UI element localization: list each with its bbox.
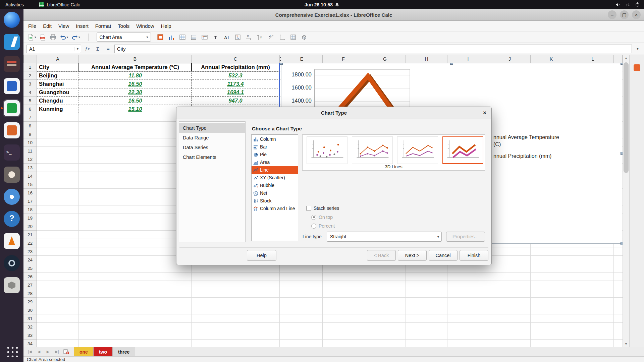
row-header-19[interactable]: 19 xyxy=(23,214,37,222)
chart-type-bar[interactable]: Bar xyxy=(252,143,298,151)
undo-icon[interactable]: ▾ xyxy=(59,33,69,42)
cell-B1[interactable]: Annual Average Temperature (°C) xyxy=(79,63,192,71)
titles-icon[interactable]: T xyxy=(212,33,220,42)
row-header-32[interactable]: 32 xyxy=(23,323,37,331)
menu-insert[interactable]: Insert xyxy=(72,21,92,31)
cancel-button[interactable]: Cancel xyxy=(429,250,458,261)
row-header-1[interactable]: 1 xyxy=(23,63,37,71)
help-button[interactable]: Help xyxy=(247,250,276,261)
back-button[interactable]: < Back xyxy=(367,250,396,261)
column-header-J[interactable]: J xyxy=(489,55,531,63)
writer-icon[interactable] xyxy=(4,78,20,94)
all-axes-icon[interactable] xyxy=(278,33,286,42)
y-axis-icon[interactable]: Y xyxy=(256,33,264,42)
cell-C3[interactable]: 1173.4 xyxy=(192,80,280,88)
column-header-C[interactable]: C xyxy=(192,55,280,63)
cell-C5[interactable]: 947.0 xyxy=(192,97,280,105)
row-header-30[interactable]: 30 xyxy=(23,306,37,314)
cell-A3[interactable]: Shanghai xyxy=(37,80,79,88)
app-grid-icon[interactable] xyxy=(4,343,20,359)
horizontal-grids-icon[interactable] xyxy=(190,33,198,42)
percent-radio[interactable]: Percent xyxy=(311,223,335,229)
3d-view-icon[interactable] xyxy=(300,33,308,42)
last-sheet-icon[interactable]: ▶| xyxy=(53,350,61,354)
menu-edit[interactable]: Edit xyxy=(40,21,55,31)
expand-formula-bar-icon[interactable]: ▾ xyxy=(634,47,641,51)
row-header-15[interactable]: 15 xyxy=(23,180,37,189)
column-header-K[interactable]: K xyxy=(531,55,572,63)
row-header-27[interactable]: 27 xyxy=(23,281,37,289)
column-header-L[interactable]: L xyxy=(572,55,614,63)
sum-button[interactable]: Σ xyxy=(94,45,102,53)
new-document-icon[interactable]: ▾ xyxy=(27,33,37,42)
step-chart-type[interactable]: Chart Type xyxy=(179,123,245,133)
row-header-16[interactable]: 16 xyxy=(23,189,37,197)
legend-on-off-icon[interactable] xyxy=(201,33,209,42)
formula-input[interactable]: City xyxy=(114,45,632,53)
row-header-14[interactable]: 14 xyxy=(23,172,37,180)
data-table-icon[interactable] xyxy=(178,33,186,42)
minimize-button[interactable]: – xyxy=(608,10,616,19)
cell-A2[interactable]: Beijing xyxy=(37,71,79,80)
cell-A6[interactable]: Kunming xyxy=(37,105,79,113)
row-header-21[interactable]: 21 xyxy=(23,231,37,239)
row-header-7[interactable]: 7 xyxy=(23,113,37,122)
cell-B2[interactable]: 11.80 xyxy=(79,71,192,80)
cell-A4[interactable]: Guangzhou xyxy=(37,88,79,97)
sheet-tab-three[interactable]: three xyxy=(113,347,135,356)
z-axis-icon[interactable]: Z xyxy=(267,33,275,42)
row-header-31[interactable]: 31 xyxy=(23,314,37,323)
scrollbar-thumb[interactable] xyxy=(624,62,629,173)
impress-icon[interactable] xyxy=(4,122,20,138)
row-header-23[interactable]: 23 xyxy=(23,247,37,256)
row-header-25[interactable]: 25 xyxy=(23,264,37,273)
row-header-18[interactable]: 18 xyxy=(23,205,37,214)
cell-A5[interactable]: Chengdu xyxy=(37,97,79,105)
export-pdf-icon[interactable]: PDF xyxy=(39,33,47,42)
row-header-10[interactable]: 10 xyxy=(23,138,37,147)
menu-tools[interactable]: Tools xyxy=(114,21,133,31)
menu-file[interactable]: File xyxy=(25,21,40,31)
x-axis-icon[interactable]: X xyxy=(245,33,253,42)
sidebar-settings-icon[interactable] xyxy=(634,64,640,71)
calc-icon[interactable] xyxy=(4,100,20,116)
scale-text-icon[interactable]: A xyxy=(223,33,231,42)
vertical-scrollbar[interactable]: ▲ ▼ xyxy=(623,55,629,347)
help-icon[interactable] xyxy=(4,211,20,227)
chart-type-net[interactable]: Net xyxy=(252,189,298,197)
close-button[interactable]: × xyxy=(632,10,641,19)
chart-type-bubble[interactable]: Bubble xyxy=(252,182,298,189)
subtype-lines-only[interactable] xyxy=(397,136,438,164)
selection-handle[interactable] xyxy=(280,63,283,65)
cell-B3[interactable]: 16.50 xyxy=(79,80,192,88)
row-header-22[interactable]: 22 xyxy=(23,239,37,247)
row-header-28[interactable]: 28 xyxy=(23,289,37,298)
firefox-icon[interactable] xyxy=(4,12,20,28)
format-selection-icon[interactable] xyxy=(156,33,164,42)
chart-type-column[interactable]: Column xyxy=(252,135,298,143)
subtype-points-and-lines[interactable] xyxy=(352,136,393,164)
next-button[interactable]: Next > xyxy=(398,250,427,261)
cell-B6[interactable]: 15.10 xyxy=(79,105,192,113)
software-icon[interactable] xyxy=(4,277,20,293)
row-header-26[interactable]: 26 xyxy=(23,273,37,281)
row-header-20[interactable]: 20 xyxy=(23,222,37,231)
row-header-9[interactable]: 9 xyxy=(23,130,37,138)
function-wizard-button[interactable]: ƒx xyxy=(83,45,92,53)
row-header-17[interactable]: 17 xyxy=(23,197,37,205)
system-tray[interactable] xyxy=(615,2,640,7)
activities-button[interactable]: Activities xyxy=(5,2,24,7)
row-header-12[interactable]: 12 xyxy=(23,155,37,164)
automatic-layout-icon[interactable] xyxy=(234,33,242,42)
row-header-3[interactable]: 3 xyxy=(23,80,37,88)
chart-type-stock[interactable]: Stock xyxy=(252,197,298,205)
name-box[interactable]: A1 ▾ xyxy=(26,45,81,53)
row-header-2[interactable]: 2 xyxy=(23,71,37,80)
print-icon[interactable] xyxy=(49,33,57,42)
add-sheet-icon[interactable] xyxy=(62,348,70,356)
row-header-4[interactable]: 4 xyxy=(23,88,37,97)
column-header-B[interactable]: B xyxy=(79,55,192,63)
properties-button[interactable]: Properties... xyxy=(446,232,485,242)
line-type-select[interactable]: Straight ▾ xyxy=(327,232,442,242)
chart-type-xy-scatter[interactable]: XY (Scatter) xyxy=(252,174,298,182)
